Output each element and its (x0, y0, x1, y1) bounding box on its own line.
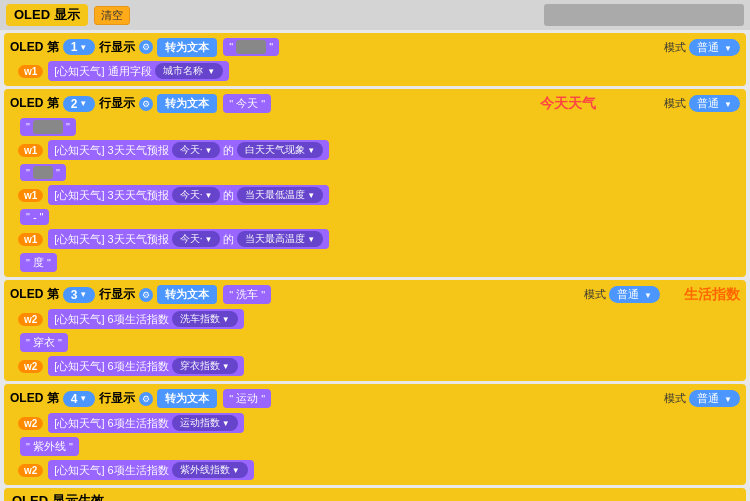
row3-w2-badge-2: w2 (18, 360, 43, 373)
row2-oled-label: OLED 第 (10, 95, 59, 112)
row2-tag-maxtemp[interactable]: 当天最高温度▼ (237, 231, 323, 247)
row1-w-badge: w1 (18, 65, 43, 78)
row4-header: OLED 第 4 ▼ 行显示 ⚙ 转为文本 " 运动 " 模式 普通 ▼ (10, 388, 740, 409)
row1-tag-arrow: ▼ (207, 67, 215, 76)
arrow9: ▼ (222, 419, 230, 428)
row4-num-arrow: ▼ (79, 394, 87, 403)
row4-w2-badge-2: w2 (18, 464, 43, 477)
row4-gear-icon[interactable]: ⚙ (139, 392, 153, 406)
row2-quote-today: " 今天 " (223, 94, 271, 113)
row2-purple-2[interactable]: [心知天气] 3天天气预报 今天·▼ 的 当天最低温度▼ (48, 185, 329, 205)
row4-num[interactable]: 4 ▼ (63, 391, 96, 407)
row3-num-value: 3 (71, 288, 78, 302)
row4-mode-block: 模式 普通 ▼ (664, 390, 740, 407)
row1-gear-icon[interactable]: ⚙ (139, 40, 153, 54)
row2-de2: 的 (223, 188, 234, 203)
row2-w1-badge-3: w1 (18, 233, 43, 246)
row2-small-grey[interactable] (33, 166, 53, 179)
row4-sport-quote: " 运动 " (223, 389, 271, 408)
row4-oled-label: OLED 第 (10, 390, 59, 407)
row4-block-text-2: [心知天气] 6项生活指数 (54, 463, 168, 478)
row3-block-text-1: [心知天气] 6项生活指数 (54, 312, 168, 327)
row1-tag[interactable]: 城市名称 ▼ (155, 63, 224, 79)
row3-convert-btn[interactable]: 转为文本 (157, 285, 217, 304)
row2-tag-today1[interactable]: 今天·▼ (172, 142, 221, 158)
row1-mode-value[interactable]: 普通 ▼ (689, 39, 740, 56)
row3-w2-badge-1: w2 (18, 313, 43, 326)
row1-mode-arrow: ▼ (724, 44, 732, 53)
arrow5: ▼ (204, 235, 212, 244)
row3-tag-clothes[interactable]: 穿衣指数▼ (172, 358, 238, 374)
row4-convert-btn[interactable]: 转为文本 (157, 389, 217, 408)
row3-carwash-quote: " 洗车 " (223, 285, 271, 304)
bottom-bar-label: OLED 显示生效 (12, 493, 104, 501)
row1-tag-text: 城市名称 (163, 65, 203, 76)
top-bar: OLED 显示 清空 (0, 0, 750, 30)
row4-purple-1[interactable]: [心知天气] 6项生活指数 运动指数▼ (48, 413, 243, 433)
row4-mode-arrow: ▼ (724, 395, 732, 404)
arrow1: ▼ (204, 146, 212, 155)
row2-sub0: " " (18, 117, 740, 137)
row2-tag-weather[interactable]: 白天天气现象▼ (237, 142, 323, 158)
arrow6: ▼ (307, 235, 315, 244)
row4-display-label: 行显示 (99, 390, 135, 407)
row2-sub5: w1 [心知天气] 3天天气预报 今天·▼ 的 当天最高温度▼ (18, 228, 740, 250)
row3-annotation: 生活指数 (684, 286, 740, 304)
arrow7: ▼ (222, 315, 230, 324)
row1-quote-open: " " (223, 38, 279, 56)
row2-content: " " w1 [心知天气] 3天天气预报 今天·▼ 的 白天天气现象▼ " (10, 117, 740, 273)
row3-purple-2[interactable]: [心知天气] 6项生活指数 穿衣指数▼ (48, 356, 243, 376)
oled-row-2: OLED 第 2 ▼ 行显示 ⚙ 转为文本 " 今天 " 今天天气 模式 普通 … (4, 89, 746, 277)
row3-purple-1[interactable]: [心知天气] 6项生活指数 洗车指数▼ (48, 309, 243, 329)
oled-display-label: OLED 显示 (6, 4, 88, 26)
row4-mode-text: 普通 (697, 392, 719, 404)
row2-w1-badge-1: w1 (18, 144, 43, 157)
row4-block-text-1: [心知天气] 6项生活指数 (54, 416, 168, 431)
row2-dash: - (33, 211, 37, 223)
row4-uv-text: 紫外线 (33, 439, 66, 454)
row4-tag-sport[interactable]: 运动指数▼ (172, 415, 238, 431)
row2-today-text: 今天 (236, 96, 258, 111)
row3-sub2: " 穿衣 " (18, 332, 740, 353)
row2-mode-value[interactable]: 普通 ▼ (689, 95, 740, 112)
row2-degree-quote: " 度 " (20, 253, 57, 272)
row2-grey-quote2: " " (20, 164, 66, 181)
row3-tag-carwash[interactable]: 洗车指数▼ (172, 311, 238, 327)
row2-tag-mintemp[interactable]: 当天最低温度▼ (237, 187, 323, 203)
row4-purple-2[interactable]: [心知天气] 6项生活指数 紫外线指数▼ (48, 460, 253, 480)
row2-grey-inner[interactable] (33, 120, 63, 134)
row2-purple-3[interactable]: [心知天气] 3天天气预报 今天·▼ 的 当天最高温度▼ (48, 229, 329, 249)
row2-grey-quote: " " (20, 118, 76, 136)
row1-mode-label: 模式 (664, 40, 686, 55)
row2-convert-btn[interactable]: 转为文本 (157, 94, 217, 113)
arrow4: ▼ (307, 191, 315, 200)
row2-mode-block: 模式 普通 ▼ (664, 95, 740, 112)
row1-convert-btn[interactable]: 转为文本 (157, 38, 217, 57)
row2-mode-label: 模式 (664, 96, 686, 111)
row3-mode-text: 普通 (617, 288, 639, 300)
row3-gear-icon[interactable]: ⚙ (139, 288, 153, 302)
row2-tag-today2[interactable]: 今天·▼ (172, 187, 221, 203)
row2-purple-1[interactable]: [心知天气] 3天天气预报 今天·▼ 的 白天天气现象▼ (48, 140, 329, 160)
row4-tag-uv[interactable]: 紫外线指数▼ (172, 462, 248, 478)
row1-num[interactable]: 1 ▼ (63, 39, 96, 55)
row1-grey-inner[interactable] (236, 40, 266, 54)
row1-purple-block[interactable]: [心知天气] 通用字段 城市名称 ▼ (48, 61, 229, 81)
row3-oled-label: OLED 第 (10, 286, 59, 303)
row2-w1-badge-2: w1 (18, 189, 43, 202)
row1-oled-label: OLED 第 (10, 39, 59, 56)
row2-tag-today3[interactable]: 今天·▼ (172, 231, 221, 247)
clear-button[interactable]: 清空 (94, 6, 130, 25)
row4-mode-value[interactable]: 普通 ▼ (689, 390, 740, 407)
row1-mode-block: 模式 普通 ▼ (664, 39, 740, 56)
row2-num[interactable]: 2 ▼ (63, 96, 96, 112)
row3-mode-arrow: ▼ (644, 291, 652, 300)
top-input-area[interactable] (544, 4, 744, 26)
row3-num[interactable]: 3 ▼ (63, 287, 96, 303)
row4-sub1: w2 [心知天气] 6项生活指数 运动指数▼ (18, 412, 740, 434)
row3-num-arrow: ▼ (79, 290, 87, 299)
row3-clothes-text: 穿衣 (33, 335, 55, 350)
row3-clothes-quote: " 穿衣 " (20, 333, 68, 352)
row3-mode-value[interactable]: 普通 ▼ (609, 286, 660, 303)
row2-gear-icon[interactable]: ⚙ (139, 97, 153, 111)
